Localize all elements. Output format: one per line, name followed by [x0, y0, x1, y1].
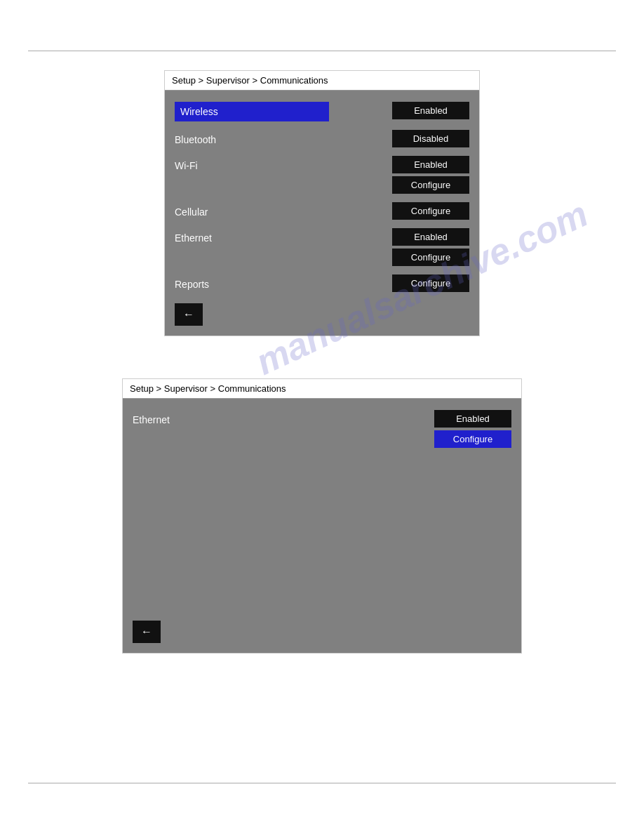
- ethernet-enabled-button[interactable]: Enabled: [392, 228, 469, 246]
- row-ethernet: Ethernet Enabled Configure: [175, 224, 469, 270]
- panel-1-body: Wireless Enabled Bluetooth Disabled Wi-F…: [165, 91, 479, 336]
- panel-2-body: Ethernet Enabled Configure ←: [123, 399, 521, 653]
- bottom-rule: [28, 783, 616, 783]
- cellular-configure-button[interactable]: Configure: [392, 202, 469, 220]
- row-p2-ethernet: Ethernet Enabled Configure: [133, 406, 511, 452]
- row-bluetooth: Bluetooth Disabled: [175, 126, 469, 152]
- row-wifi: Wi-Fi Enabled Configure: [175, 152, 469, 198]
- buttons-reports: Configure: [392, 274, 469, 292]
- label-reports: Reports: [175, 274, 315, 290]
- buttons-p2-ethernet: Enabled Configure: [434, 410, 511, 448]
- wifi-enabled-button[interactable]: Enabled: [392, 156, 469, 173]
- bluetooth-disabled-button[interactable]: Disabled: [392, 130, 469, 147]
- wireless-enabled-button[interactable]: Enabled: [392, 102, 469, 119]
- label-cellular: Cellular: [175, 202, 315, 218]
- top-rule: [28, 51, 616, 51]
- label-ethernet: Ethernet: [175, 228, 315, 244]
- panel-2-back-button[interactable]: ←: [133, 621, 161, 643]
- ethernet-configure-button[interactable]: Configure: [392, 249, 469, 266]
- p2-ethernet-enabled-button[interactable]: Enabled: [434, 410, 511, 428]
- p2-ethernet-configure-button[interactable]: Configure: [434, 430, 511, 448]
- reports-configure-button[interactable]: Configure: [392, 274, 469, 292]
- label-p2-ethernet: Ethernet: [133, 410, 273, 425]
- panel-2-header: Setup > Supervisor > Communications: [123, 379, 521, 399]
- panel-1-header: Setup > Supervisor > Communications: [165, 71, 479, 91]
- buttons-wireless: Enabled: [392, 102, 469, 119]
- panel-2-back-area: ←: [133, 621, 511, 643]
- page-content: Setup > Supervisor > Communications Wire…: [0, 0, 644, 724]
- buttons-wifi: Enabled Configure: [392, 156, 469, 194]
- buttons-ethernet: Enabled Configure: [392, 228, 469, 266]
- wifi-configure-button[interactable]: Configure: [392, 176, 469, 194]
- panel-2: Setup > Supervisor > Communications Ethe…: [122, 378, 522, 654]
- label-bluetooth: Bluetooth: [175, 130, 315, 145]
- panel-1-back-button[interactable]: ←: [175, 303, 203, 326]
- row-reports: Reports Configure: [175, 270, 469, 296]
- panel-1: Setup > Supervisor > Communications Wire…: [164, 70, 480, 336]
- row-wireless: Wireless Enabled: [175, 98, 469, 126]
- label-wifi: Wi-Fi: [175, 156, 315, 171]
- row-cellular: Cellular Configure: [175, 198, 469, 224]
- label-wireless: Wireless: [175, 102, 329, 121]
- buttons-bluetooth: Disabled: [392, 130, 469, 147]
- buttons-cellular: Configure: [392, 202, 469, 220]
